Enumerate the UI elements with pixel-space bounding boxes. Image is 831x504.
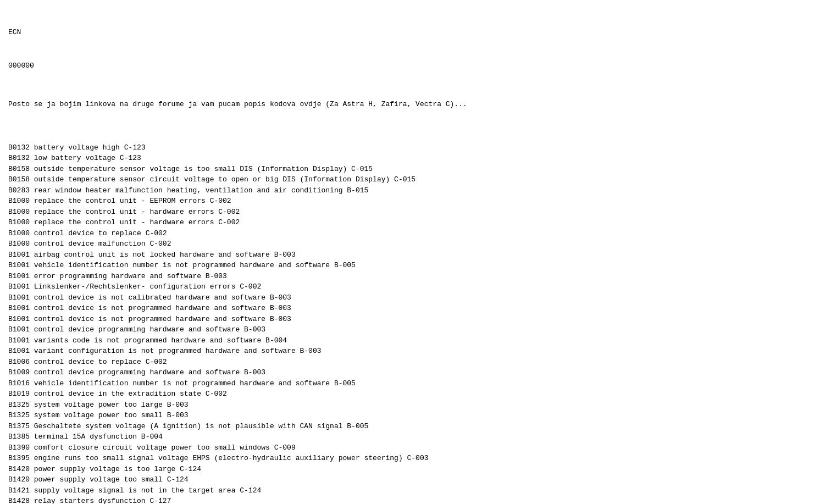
code-entry: B1001 vehicle identification number is n… — [8, 260, 823, 271]
code-entry: B0283 rear window heater malfunction hea… — [8, 185, 823, 196]
code-entry: B1001 variants code is not programmed ha… — [8, 335, 823, 346]
ecn-number: 000000 — [8, 60, 823, 71]
code-entry: B1001 error programming hardware and sof… — [8, 271, 823, 282]
code-entry: B1001 Linkslenker-/Rechtslenker- configu… — [8, 281, 823, 292]
code-entry: B0132 battery voltage high C-123 — [8, 142, 823, 153]
code-entry: B1000 replace the control unit - hardwar… — [8, 207, 823, 218]
code-entry: B1000 control device malfunction C-002 — [8, 239, 823, 250]
code-entry: B1001 airbag control unit is not locked … — [8, 250, 823, 261]
code-entry: B1001 control device is not programmed h… — [8, 303, 823, 314]
code-entry: B0158 outside temperature sensor circuit… — [8, 174, 823, 185]
code-entry: B1325 system voltage power too small B-0… — [8, 410, 823, 421]
code-entry: B1006 control device to replace C-002 — [8, 357, 823, 368]
codes-list: B0132 battery voltage high C-123B0132 lo… — [8, 142, 823, 505]
code-entry: B1395 engine runs too small signal volta… — [8, 453, 823, 464]
code-entry: B1428 relay starters dysfunction C-127 — [8, 496, 823, 504]
code-entry: B1001 control device is not calibrated h… — [8, 292, 823, 303]
ecn-label: ECN — [8, 27, 823, 38]
code-entry: B1001 variant configuration is not progr… — [8, 346, 823, 357]
code-entry: B1016 vehicle identification number is n… — [8, 378, 823, 389]
code-entry: B1009 control device programming hardwar… — [8, 367, 823, 378]
code-entry: B0158 outside temperature sensor voltage… — [8, 164, 823, 175]
code-entry: B1390 comfort closure circuit voltage po… — [8, 442, 823, 453]
code-entry: B1001 control device programming hardwar… — [8, 324, 823, 335]
code-entry: B1000 control device to replace C-002 — [8, 228, 823, 239]
code-entry: B1325 system voltage power too large B-0… — [8, 400, 823, 411]
code-entry: B1019 control device in the extradition … — [8, 389, 823, 400]
main-content: ECN 000000 Posto se ja bojim linkova na … — [8, 5, 823, 504]
code-entry: B1000 replace the control unit - hardwar… — [8, 217, 823, 228]
code-entry: B0132 low battery voltage C-123 — [8, 153, 823, 164]
code-entry: B1420 power supply voltage is too large … — [8, 464, 823, 475]
code-entry: B1421 supply voltage signal is not in th… — [8, 485, 823, 496]
code-entry: B1375 Geschaltete system voltage (A igni… — [8, 421, 823, 432]
code-entry: B1385 terminal 15A dysfunction B-004 — [8, 431, 823, 442]
code-entry: B1420 power supply voltage too small C-1… — [8, 474, 823, 485]
intro-paragraph: Posto se ja bojim linkova na druge forum… — [8, 99, 823, 110]
code-entry: B1000 replace the control unit - EEPROM … — [8, 196, 823, 207]
code-entry: B1001 control device is not programmed h… — [8, 314, 823, 325]
